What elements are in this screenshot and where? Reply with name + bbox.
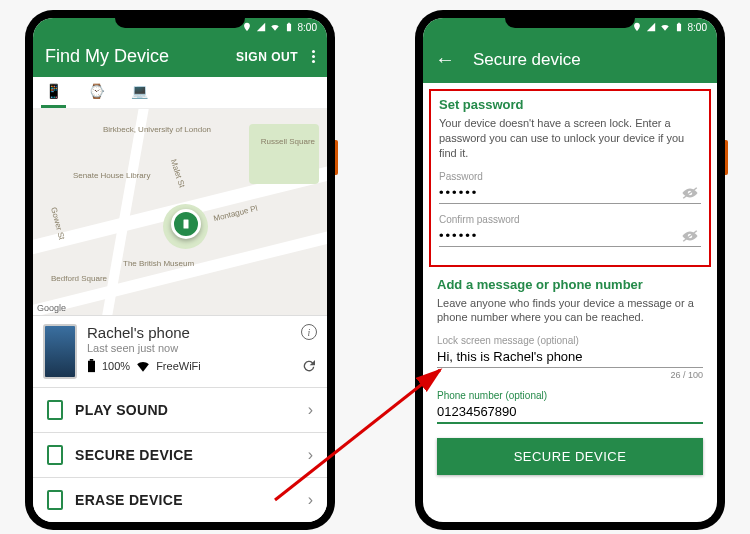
wifi-icon [136,361,150,372]
refresh-icon[interactable] [301,358,317,374]
device-selector-tabs: 📱 ⌚ 💻 [33,77,327,109]
signal-icon [646,22,656,32]
map-view[interactable]: Birkbeck, University of London Russell S… [33,109,327,315]
device-location-pin[interactable] [171,209,201,239]
device-info-card: Rachel's phone Last seen just now 100% F… [33,315,327,387]
map-label: Malet St [169,158,187,189]
action-label: ERASE DEVICE [75,492,183,508]
confirm-password-label: Confirm password [439,214,701,225]
visibility-off-icon[interactable] [681,186,699,200]
overflow-menu-icon[interactable] [312,50,315,63]
chevron-right-icon: › [308,491,313,509]
clock: 8:00 [298,22,317,33]
battery-icon [284,22,294,32]
play-sound-icon [47,400,63,420]
page-title: Secure device [473,50,581,70]
clock: 8:00 [688,22,707,33]
device-thumbnail [43,324,77,379]
phone-frame-left: 8:00 Find My Device SIGN OUT 📱 ⌚ 💻 Birkb… [25,10,335,530]
sign-out-button[interactable]: SIGN OUT [236,50,298,64]
lock-message-input[interactable] [437,346,703,368]
map-label: Senate House Library [73,171,150,180]
visibility-off-icon[interactable] [681,229,699,243]
tab-watch[interactable]: ⌚ [84,77,109,108]
phone-number-label: Phone number (optional) [437,390,703,401]
chevron-right-icon: › [308,446,313,464]
secure-device-icon [47,445,63,465]
section-heading: Set password [439,97,701,112]
info-icon[interactable]: i [301,324,317,340]
map-label: Bedford Square [51,274,107,283]
section-description: Leave anyone who finds your device a mes… [437,296,703,326]
svg-rect-3 [90,359,94,361]
signal-icon [256,22,266,32]
battery-level: 100% [102,360,130,372]
phone-frame-right: 8:00 ← Secure device Set password Your d… [415,10,725,530]
confirm-password-input[interactable] [439,225,701,247]
google-logo: Google [37,303,66,313]
map-label: Birkbeck, University of London [103,125,211,134]
svg-rect-1 [184,220,189,229]
device-name: Rachel's phone [87,324,291,341]
battery-icon [674,22,684,32]
phone-number-input[interactable] [437,401,703,424]
set-password-section: Set password Your device doesn't have a … [429,89,711,267]
tab-laptop[interactable]: 💻 [127,77,152,108]
wifi-icon [660,22,670,32]
section-heading: Add a message or phone number [437,277,703,292]
svg-rect-2 [88,361,95,372]
char-counter: 26 / 100 [437,370,703,380]
tab-phone[interactable]: 📱 [41,77,66,108]
erase-device-icon [47,490,63,510]
section-description: Your device doesn't have a screen lock. … [439,116,701,161]
action-label: PLAY SOUND [75,402,168,418]
wifi-icon [270,22,280,32]
secure-device-submit-button[interactable]: SECURE DEVICE [437,438,703,475]
action-label: SECURE DEVICE [75,447,193,463]
app-bar: ← Secure device [423,36,717,83]
back-arrow-icon[interactable]: ← [435,48,455,71]
password-label: Password [439,171,701,182]
map-label: Russell Square [261,137,315,146]
map-label: The British Museum [123,259,194,268]
chevron-right-icon: › [308,401,313,419]
lock-message-label: Lock screen message (optional) [437,335,703,346]
phone-icon [180,218,192,230]
app-bar: Find My Device SIGN OUT [33,36,327,77]
add-message-section: Add a message or phone number Leave anyo… [423,277,717,425]
play-sound-button[interactable]: PLAY SOUND › [33,387,327,432]
erase-device-button[interactable]: ERASE DEVICE › [33,477,327,522]
battery-icon [87,359,96,373]
last-seen-text: Last seen just now [87,342,291,354]
wifi-name: FreeWiFi [156,360,201,372]
app-title: Find My Device [45,46,169,67]
password-input[interactable] [439,182,701,204]
secure-device-button[interactable]: SECURE DEVICE › [33,432,327,477]
